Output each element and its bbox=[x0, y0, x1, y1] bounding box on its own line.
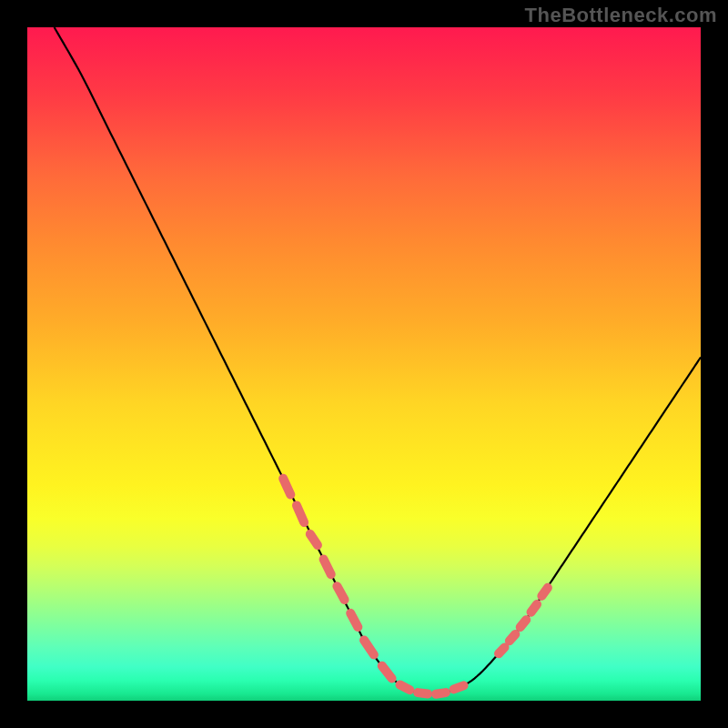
highlight-dash bbox=[510, 634, 516, 641]
chart-container: TheBottleneck.com bbox=[0, 0, 728, 728]
highlight-dash bbox=[310, 534, 318, 545]
bottleneck-curve bbox=[55, 27, 701, 694]
watermark-text: TheBottleneck.com bbox=[525, 4, 717, 27]
highlight-dash bbox=[531, 604, 538, 612]
highlight-dash bbox=[436, 693, 446, 694]
highlight-dash bbox=[283, 479, 290, 495]
curve-svg bbox=[27, 27, 701, 701]
highlight-dash bbox=[418, 693, 428, 693]
highlight-dash bbox=[297, 505, 304, 522]
highlight-dash bbox=[521, 620, 527, 627]
highlight-dash bbox=[364, 640, 374, 654]
highlight-dash bbox=[324, 560, 331, 575]
highlight-dash bbox=[499, 647, 505, 653]
plot-area bbox=[27, 27, 701, 701]
highlight-dash bbox=[337, 586, 344, 600]
highlight-dash bbox=[382, 666, 392, 679]
highlight-dash bbox=[541, 588, 548, 596]
highlight-dash bbox=[454, 685, 464, 689]
highlight-dash bbox=[399, 684, 410, 690]
highlight-dash bbox=[350, 613, 358, 627]
